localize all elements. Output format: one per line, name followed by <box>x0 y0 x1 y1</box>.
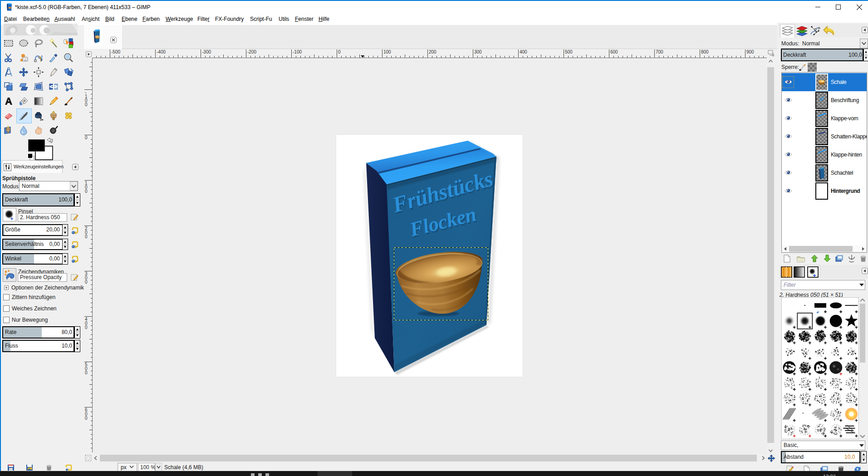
svg-text:700: 700 <box>656 49 663 54</box>
svg-text:-100: -100 <box>293 49 302 54</box>
svg-text:400: 400 <box>520 49 527 54</box>
svg-text:-300: -300 <box>202 49 211 54</box>
svg-text:300: 300 <box>474 49 482 54</box>
svg-text:-400: -400 <box>157 49 166 54</box>
svg-text:500: 500 <box>565 49 573 54</box>
svg-text:0: 0 <box>85 370 88 375</box>
svg-text:600: 600 <box>610 49 618 54</box>
svg-text:-200: -200 <box>247 49 256 54</box>
svg-text:100: 100 <box>383 49 391 54</box>
svg-text:0: 0 <box>338 49 341 54</box>
svg-text:0: 0 <box>85 234 88 239</box>
svg-text:200: 200 <box>429 49 436 54</box>
svg-text:0: 0 <box>85 280 88 285</box>
svg-text:0: 0 <box>85 416 88 421</box>
svg-text:0: 0 <box>85 189 88 194</box>
svg-text:0: 0 <box>85 135 88 140</box>
svg-text:800: 800 <box>701 49 709 54</box>
svg-text:900: 900 <box>746 49 754 54</box>
svg-text:-500: -500 <box>111 49 120 54</box>
svg-text:0: 0 <box>85 325 88 330</box>
svg-text:0: 0 <box>85 102 88 107</box>
